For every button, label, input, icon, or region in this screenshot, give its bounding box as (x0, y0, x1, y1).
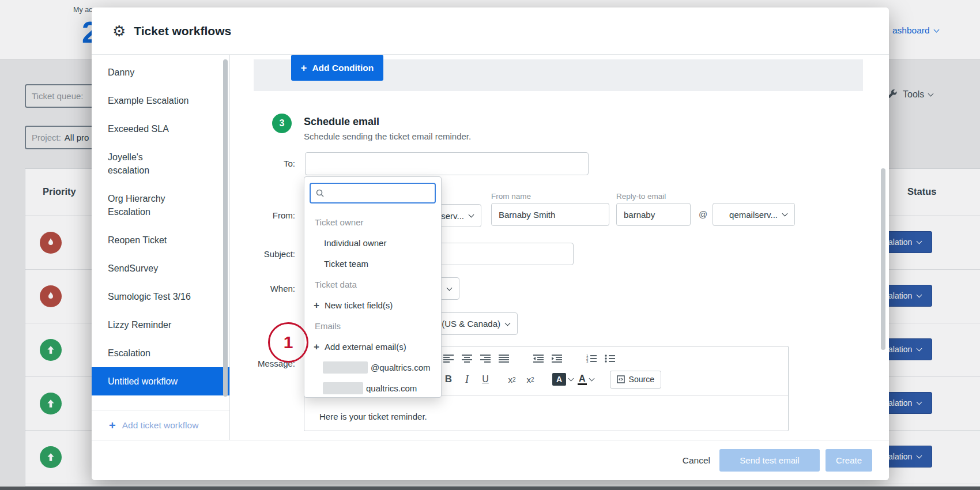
bullet-list-icon[interactable] (603, 351, 617, 366)
indent-icon[interactable] (550, 351, 564, 366)
text-color-button[interactable]: A (578, 372, 594, 387)
when-label: When: (259, 284, 295, 293)
step-number-badge: 3 (272, 114, 292, 133)
modal-footer: Cancel Send test email Create (92, 440, 889, 480)
modal-scrollbar[interactable] (881, 168, 885, 350)
dropdown-search-input[interactable] (328, 189, 443, 198)
sidebar-item-sumologic-test[interactable]: Sumologic Test 3/16 (92, 282, 229, 311)
screen: My ac 2 ashboard Ticket queue: Project: … (0, 0, 980, 490)
align-right-icon[interactable] (478, 351, 492, 366)
plus-icon: + (301, 63, 307, 73)
align-left-icon[interactable] (442, 351, 455, 366)
domain-select[interactable]: qemailserv... (713, 203, 795, 226)
text-color-icon: A (578, 374, 587, 386)
superscript-icon[interactable]: x2 (523, 372, 537, 387)
sidebar-item-reopen-ticket[interactable]: Reopen Ticket (92, 226, 229, 254)
reply-to-input-field[interactable] (617, 203, 690, 225)
step-subtitle: Schedule sending the ticket email remind… (304, 131, 471, 141)
gear-icon: ⚙ (112, 24, 126, 39)
group-emails: Emails (304, 315, 441, 336)
from-name-label: From name (491, 192, 531, 201)
to-label: To: (271, 159, 295, 168)
chevron-down-icon (505, 320, 511, 326)
annotation-number: 1 (284, 333, 293, 352)
option-email-1[interactable]: @qualtrics.com (304, 357, 441, 378)
from-label: From: (259, 210, 295, 220)
align-justify-icon[interactable] (497, 351, 511, 366)
to-input-field[interactable] (306, 153, 588, 175)
workflow-sidebar: Danny Example Escalation Exceeded SLA Jo… (92, 55, 230, 440)
from-name-input-field[interactable] (492, 203, 609, 225)
step-title: Schedule email (304, 116, 379, 128)
redacted-text-block (323, 382, 363, 394)
add-condition-button[interactable]: + Add Condition (291, 55, 383, 81)
redacted-text-block (323, 361, 368, 374)
reply-to-label: Reply-to email (616, 192, 666, 201)
dropdown-option-list: Ticket owner Individual owner Ticket tea… (304, 212, 441, 398)
sidebar-item-untitled-workflow[interactable]: Untitled workflow (92, 367, 229, 395)
underline-button[interactable]: U (478, 372, 492, 387)
source-button[interactable]: Source (610, 371, 661, 389)
editor-body-text[interactable]: Here is your ticket reminder. (304, 395, 788, 421)
chevron-down-icon (589, 376, 594, 382)
option-new-ticket-field[interactable]: + New ticket field(s) (304, 295, 441, 315)
modal-header: ⚙ Ticket workflows (92, 7, 889, 55)
italic-button[interactable]: I (460, 372, 474, 387)
from-name-input[interactable] (491, 203, 609, 226)
dropdown-search-box[interactable] (310, 183, 436, 203)
chevron-down-icon (782, 211, 788, 217)
annotation-circle-1: 1 (268, 322, 308, 363)
to-input[interactable] (305, 152, 589, 175)
chevron-down-icon (568, 376, 574, 382)
subject-label: Subject: (254, 249, 295, 259)
at-sign: @ (699, 209, 707, 219)
sidebar-item-joyelles-escalation[interactable]: Joyelle's escalation (92, 143, 229, 184)
plus-icon: + (109, 420, 116, 431)
create-button[interactable]: Create (826, 449, 872, 472)
group-ticket-data: Ticket data (304, 274, 441, 295)
numbered-list-icon[interactable]: 123 (585, 351, 598, 366)
sidebar-item-example-escalation[interactable]: Example Escalation (92, 86, 229, 115)
option-ticket-team[interactable]: Ticket team (304, 253, 441, 274)
option-add-external-email[interactable]: + Add external email(s) (304, 336, 441, 357)
send-test-email-button[interactable]: Send test email (719, 449, 820, 472)
modal-title: Ticket workflows (134, 24, 231, 38)
workflow-list: Danny Example Escalation Exceeded SLA Jo… (92, 55, 229, 395)
source-icon (617, 375, 625, 383)
sidebar-item-exceeded-sla[interactable]: Exceeded SLA (92, 115, 229, 143)
outdent-icon[interactable] (532, 351, 545, 366)
subscript-icon[interactable]: x2 (505, 372, 519, 387)
sidebar-item-org-hierarchy-escalation[interactable]: Org Hierarchy Escalation (92, 184, 229, 226)
background-color-icon: A (552, 373, 566, 386)
ticket-workflows-modal: ⚙ Ticket workflows Danny Example Escalat… (92, 7, 889, 480)
add-ticket-workflow-button[interactable]: + Add ticket workflow (92, 410, 229, 440)
option-email-2[interactable]: qualtrics.com (304, 378, 441, 398)
background-color-button[interactable]: A (552, 372, 573, 387)
sidebar-item-lizzy-reminder[interactable]: Lizzy Reminder (92, 311, 229, 339)
chevron-down-icon (469, 212, 474, 218)
option-individual-owner[interactable]: Individual owner (304, 232, 441, 253)
sidebar-item-danny[interactable]: Danny (92, 58, 229, 86)
align-center-icon[interactable] (460, 351, 474, 366)
group-ticket-owner: Ticket owner (304, 212, 441, 232)
bold-button[interactable]: B (442, 372, 455, 387)
chevron-down-icon (447, 285, 453, 291)
bottom-edge-strip (0, 487, 980, 490)
plus-icon: + (314, 342, 319, 352)
to-recipient-dropdown: Ticket owner Individual owner Ticket tea… (304, 176, 442, 398)
sidebar-scrollbar[interactable] (223, 59, 228, 397)
cancel-button[interactable]: Cancel (683, 455, 710, 466)
reply-to-input[interactable] (616, 203, 691, 226)
svg-text:3: 3 (586, 360, 589, 363)
sidebar-item-escalation[interactable]: Escalation (92, 339, 229, 367)
search-icon (315, 189, 325, 198)
sidebar-item-sendsurvey[interactable]: SendSurvey (92, 254, 229, 282)
plus-icon: + (314, 300, 319, 310)
